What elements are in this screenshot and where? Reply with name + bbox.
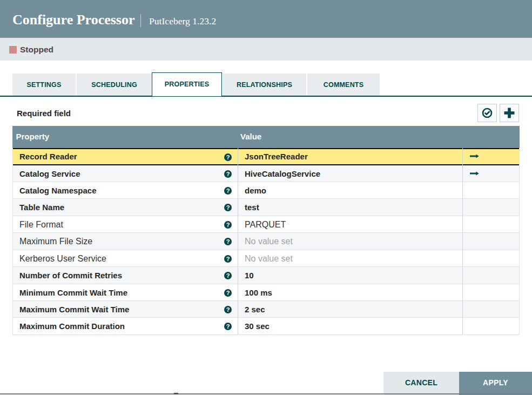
svg-text:?: ? xyxy=(226,171,230,177)
svg-text:?: ? xyxy=(226,306,230,313)
svg-text:?: ? xyxy=(226,222,230,228)
svg-text:?: ? xyxy=(226,272,230,279)
svg-text:?: ? xyxy=(226,154,230,160)
svg-text:?: ? xyxy=(226,256,230,262)
svg-text:?: ? xyxy=(226,290,230,296)
svg-text:?: ? xyxy=(226,204,230,211)
svg-text:?: ? xyxy=(226,238,230,245)
svg-text:?: ? xyxy=(226,323,230,330)
svg-text:?: ? xyxy=(226,188,230,194)
